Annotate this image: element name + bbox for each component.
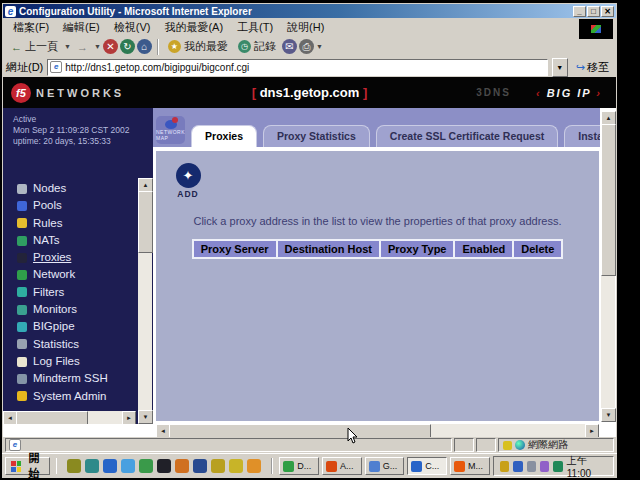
- quicklaunch-icon-2[interactable]: [85, 459, 99, 473]
- col-destination-host[interactable]: Destination Host: [278, 241, 379, 257]
- more-tools-dropdown[interactable]: ▼: [316, 43, 323, 50]
- task-window-button-4-active[interactable]: C...: [407, 457, 447, 475]
- scroll-down-icon[interactable]: ▼: [601, 408, 616, 422]
- task-icon: [283, 461, 294, 472]
- menu-view[interactable]: 檢視(V): [107, 19, 158, 36]
- tab-install-ssl-certificate[interactable]: Install SSL Certifi: [564, 125, 600, 147]
- sidebar-item-log-files[interactable]: Log Files: [17, 353, 108, 370]
- menu-favorites[interactable]: 我的最愛(A): [157, 19, 230, 36]
- favorites-button[interactable]: ★ 我的最愛: [164, 38, 232, 55]
- sidebar-item-bigpipe[interactable]: BIGpipe: [17, 318, 108, 335]
- quicklaunch-icon-1[interactable]: [67, 459, 81, 473]
- status-message-pane: e: [5, 438, 452, 452]
- main-horizontal-scrollbar[interactable]: ◄ ►: [156, 424, 599, 437]
- quicklaunch-icon-10[interactable]: [229, 459, 243, 473]
- sidebar-horizontal-scrollbar[interactable]: ◄ ►: [3, 411, 136, 424]
- task-window-button-1[interactable]: D...: [279, 457, 319, 475]
- close-button[interactable]: ✕: [601, 6, 614, 17]
- refresh-icon[interactable]: ↻: [120, 39, 135, 54]
- stop-icon[interactable]: ✕: [103, 39, 118, 54]
- sidebar-item-nats[interactable]: NATs: [17, 232, 108, 249]
- scroll-left-icon[interactable]: ◄: [156, 424, 170, 438]
- sidebar-hscroll-thumb[interactable]: [16, 411, 88, 424]
- forward-dropdown[interactable]: ▼: [94, 43, 101, 50]
- add-proxy-button[interactable]: ✦: [176, 163, 201, 188]
- back-dropdown[interactable]: ▼: [64, 43, 71, 50]
- scroll-up-icon[interactable]: ▲: [138, 178, 153, 192]
- scroll-down-icon[interactable]: ▼: [138, 410, 153, 424]
- zone-label: 網際網路: [528, 438, 568, 452]
- sidebar-scroll-thumb[interactable]: [138, 191, 153, 253]
- sidebar-item-system-admin[interactable]: System Admin: [17, 388, 108, 405]
- sidebar-item-proxies[interactable]: Proxies: [17, 249, 108, 266]
- tray-icon-4[interactable]: [540, 461, 549, 472]
- history-button[interactable]: ◷ 記錄: [234, 38, 280, 55]
- task-window-button-2[interactable]: A...: [322, 457, 362, 475]
- address-label: 網址(D): [6, 60, 43, 75]
- main-vertical-scrollbar[interactable]: ▲ ▼: [601, 111, 615, 422]
- network-map-button[interactable]: NETWORK MAP: [156, 116, 185, 144]
- col-enabled[interactable]: Enabled: [455, 241, 512, 257]
- tray-icon-5[interactable]: [553, 461, 562, 472]
- sidebar-item-rules[interactable]: Rules: [17, 215, 108, 232]
- tab-proxies[interactable]: Proxies: [191, 125, 257, 147]
- status-pane: [476, 438, 496, 452]
- mail-icon[interactable]: ✉: [282, 39, 297, 54]
- task-icon: [326, 461, 337, 472]
- quicklaunch-icon-8[interactable]: [193, 459, 207, 473]
- tab-proxy-statistics[interactable]: Proxy Statistics: [263, 125, 370, 147]
- forward-button[interactable]: →: [73, 40, 92, 54]
- address-dropdown[interactable]: ▼: [552, 58, 568, 77]
- tray-icon-3[interactable]: [527, 461, 536, 472]
- menu-edit[interactable]: 編輯(E): [56, 19, 107, 36]
- tray-icon-1[interactable]: [500, 461, 509, 472]
- task-window-button-5[interactable]: M...: [450, 457, 490, 475]
- menu-file[interactable]: 檔案(F): [6, 19, 56, 36]
- tab-create-ssl-certificate-request[interactable]: Create SSL Certificate Request: [376, 125, 558, 147]
- sidebar-item-nodes[interactable]: Nodes: [17, 180, 108, 197]
- sidebar-item-filters[interactable]: Filters: [17, 284, 108, 301]
- sidebar-item-network[interactable]: Network: [17, 266, 108, 283]
- back-button[interactable]: ← 上一頁: [7, 38, 62, 55]
- quicklaunch-icon-11[interactable]: [247, 459, 261, 473]
- page-icon: e: [50, 61, 62, 73]
- nats-icon: [17, 236, 27, 246]
- main-scroll-thumb[interactable]: [601, 124, 616, 276]
- tray-icon-2[interactable]: [513, 461, 522, 472]
- sidebar-item-statistics[interactable]: Statistics: [17, 336, 108, 353]
- maximize-button[interactable]: □: [587, 6, 600, 17]
- col-delete[interactable]: Delete: [514, 241, 561, 257]
- statistics-icon: [17, 339, 27, 349]
- menu-help[interactable]: 說明(H): [280, 19, 331, 36]
- start-button[interactable]: 開始: [5, 457, 50, 475]
- quicklaunch-icon-3[interactable]: [103, 459, 117, 473]
- home-icon[interactable]: ⌂: [137, 39, 152, 54]
- menu-bar: 檔案(F) 編輯(E) 檢視(V) 我的最愛(A) 工具(T) 說明(H): [3, 18, 616, 37]
- status-pane: [454, 438, 474, 452]
- scroll-right-icon[interactable]: ►: [122, 411, 136, 424]
- address-input[interactable]: e http://dns1.getop.com/bigipgui/bigconf…: [47, 59, 548, 76]
- col-proxy-type[interactable]: Proxy Type: [381, 241, 454, 257]
- task-icon: [369, 461, 380, 472]
- quicklaunch-icon-5[interactable]: [139, 459, 153, 473]
- sidebar-item-monitors[interactable]: Monitors: [17, 301, 108, 318]
- scroll-left-icon[interactable]: ◄: [3, 411, 17, 424]
- quicklaunch-icon-9[interactable]: [211, 459, 225, 473]
- main-hscroll-thumb[interactable]: [169, 424, 431, 438]
- quicklaunch-icon-6[interactable]: [157, 459, 171, 473]
- print-icon[interactable]: ⎙: [299, 39, 314, 54]
- menu-tools[interactable]: 工具(T): [230, 19, 280, 36]
- minimize-button[interactable]: _: [573, 6, 586, 17]
- quicklaunch-icon-7[interactable]: [175, 459, 189, 473]
- sidebar-item-pools[interactable]: Pools: [17, 197, 108, 214]
- scroll-right-icon[interactable]: ►: [585, 424, 599, 438]
- task-icon: [411, 461, 422, 472]
- sidebar-item-mindterm-ssh[interactable]: Mindterm SSH: [17, 370, 108, 387]
- col-proxy-server[interactable]: Proxy Server: [194, 241, 276, 257]
- product-bigip-label: ‹ BIG IP ›: [536, 87, 602, 99]
- task-window-button-3[interactable]: G...: [365, 457, 405, 475]
- quicklaunch-icon-4[interactable]: [121, 459, 135, 473]
- scroll-up-icon[interactable]: ▲: [601, 111, 616, 125]
- go-button[interactable]: ↪ 移至: [572, 60, 613, 75]
- sidebar-vertical-scrollbar[interactable]: ▲ ▼: [138, 178, 152, 424]
